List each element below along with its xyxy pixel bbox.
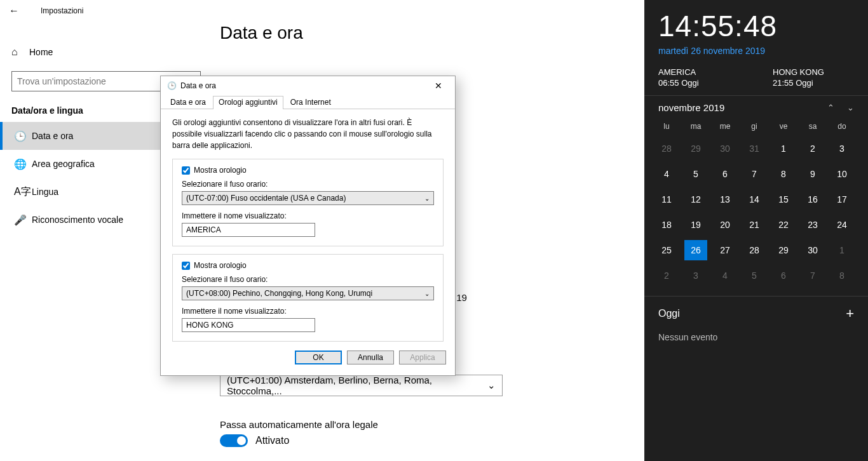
microphone-icon: 🎤 (14, 214, 32, 226)
tab-additional-clocks[interactable]: Orologi aggiuntivi (213, 96, 283, 109)
calendar-day[interactable]: 14 (740, 187, 769, 212)
dialog-tabs: Data e ora Orologi aggiuntivi Ora Intern… (161, 95, 455, 109)
apply-button[interactable]: Applica (399, 351, 446, 364)
tz1-value: (UTC-07:00) Fuso occidentale (USA e Cana… (186, 194, 346, 203)
clock-icon: 🕒 (14, 130, 32, 142)
calendar-day[interactable]: 17 (827, 187, 857, 212)
calendar-day[interactable]: 4 (652, 161, 681, 187)
calendar-day[interactable]: 28 (652, 136, 681, 161)
back-icon[interactable]: ← (9, 5, 22, 17)
ok-button[interactable]: OK (295, 351, 342, 364)
sidebar-item-label: Area geografica (32, 159, 95, 169)
calendar-day[interactable]: 16 (798, 187, 827, 212)
calendar-day[interactable]: 18 (652, 212, 681, 237)
calendar-day[interactable]: 5 (740, 263, 769, 288)
calendar-day[interactable]: 30 (710, 136, 740, 161)
tz2-select[interactable]: (UTC+08:00) Pechino, Chongqing, Hong Kon… (182, 286, 434, 300)
calendar-day[interactable]: 30 (798, 237, 827, 263)
calendar-day[interactable]: 29 (681, 136, 710, 161)
clock-block-2: Mostra orologio Selezionare il fuso orar… (172, 254, 444, 342)
calendar-day[interactable]: 10 (827, 161, 857, 187)
calendar-day[interactable]: 23 (798, 212, 827, 237)
tab-internet-time[interactable]: Ora Internet (285, 96, 337, 109)
calendar-day[interactable]: 28 (740, 237, 769, 263)
extra-clock-1-value: 06:55 Oggi (658, 78, 735, 88)
events-today-label: Oggi (658, 308, 680, 319)
calendar-day[interactable]: 31 (740, 136, 769, 161)
calendar-day[interactable]: 29 (769, 237, 798, 263)
calendar-day[interactable]: 7 (798, 263, 827, 288)
calendar-month-label[interactable]: novembre 2019 (658, 102, 724, 113)
calendar-day[interactable]: 1 (827, 237, 857, 263)
tz1-select[interactable]: (UTC-07:00) Fuso occidentale (USA e Cana… (182, 191, 434, 205)
sidebar-item-label: Data e ora (32, 131, 73, 141)
calendar-day[interactable]: 15 (769, 187, 798, 212)
page-title: Data e ora (220, 23, 644, 43)
tz1-label: Selezionare il fuso orario: (182, 180, 434, 189)
calendar-day[interactable]: 1 (769, 136, 798, 161)
calendar-day[interactable]: 20 (710, 212, 740, 237)
calendar-day[interactable]: 3 (827, 136, 857, 161)
show-clock-1-checkbox[interactable] (182, 166, 190, 175)
dst-toggle[interactable] (220, 434, 248, 447)
extra-clock-1-name: AMERICA (658, 67, 735, 77)
home-label: Home (29, 47, 53, 57)
calendar-day[interactable]: 11 (652, 187, 681, 212)
timezone-select[interactable]: (UTC+01:00) Amsterdam, Berlino, Berna, R… (220, 375, 503, 396)
window-title: Impostazioni (41, 6, 83, 15)
show-clock-2-label: Mostra orologio (194, 261, 247, 270)
calendar-day[interactable]: 5 (681, 161, 710, 187)
calendar-day[interactable]: 4 (710, 263, 740, 288)
calendar-day[interactable]: 2 (798, 136, 827, 161)
extra-clock-2-name: HONG KONG (773, 67, 849, 77)
calendar-day[interactable]: 12 (681, 187, 710, 212)
extra-clocks: AMERICA 06:55 Oggi HONG KONG 21:55 Oggi (658, 67, 854, 88)
search-input[interactable] (12, 76, 181, 86)
name2-input[interactable] (182, 318, 315, 332)
time-fragment: :19 (454, 292, 467, 303)
calendar: novembre 2019 ⌃ ⌄ lumamegivesado28293031… (644, 95, 868, 288)
calendar-day[interactable]: 3 (681, 263, 710, 288)
show-clock-2-checkbox[interactable] (182, 262, 190, 270)
calendar-next-icon[interactable]: ⌄ (847, 103, 854, 112)
calendar-day[interactable]: 7 (740, 161, 769, 187)
clock-icon: 🕒 (167, 81, 177, 90)
calendar-day[interactable]: 26 (681, 237, 710, 263)
sidebar-item-home[interactable]: ⌂ Home (0, 39, 212, 65)
clock-flyout: 14:55:48 martedì 26 novembre 2019 AMERIC… (644, 0, 868, 461)
flyout-date[interactable]: martedì 26 novembre 2019 (658, 46, 854, 56)
calendar-day-header: do (827, 117, 857, 136)
dialog-titlebar[interactable]: 🕒 Data e ora ✕ (161, 76, 455, 95)
calendar-day[interactable]: 25 (652, 237, 681, 263)
calendar-day[interactable]: 27 (710, 237, 740, 263)
calendar-day[interactable]: 2 (652, 263, 681, 288)
dst-label: Passa automaticamente all'ora legale (220, 419, 378, 430)
tab-date-time[interactable]: Data e ora (165, 96, 212, 109)
close-icon[interactable]: ✕ (426, 81, 451, 91)
date-time-dialog: 🕒 Data e ora ✕ Data e ora Orologi aggiun… (160, 76, 456, 376)
name1-label: Immettere il nome visualizzato: (182, 211, 434, 220)
extra-clock-1: AMERICA 06:55 Oggi (658, 67, 735, 88)
calendar-day-header: ve (769, 117, 798, 136)
cancel-button[interactable]: Annulla (347, 351, 394, 364)
name1-input[interactable] (182, 223, 315, 237)
calendar-day[interactable]: 6 (769, 263, 798, 288)
calendar-day[interactable]: 19 (681, 212, 710, 237)
no-events-label: Nessun evento (658, 332, 854, 342)
toggle-knob (237, 436, 246, 445)
extra-clock-2: HONG KONG 21:55 Oggi (773, 67, 849, 88)
calendar-day[interactable]: 22 (769, 212, 798, 237)
calendar-day[interactable]: 8 (827, 263, 857, 288)
calendar-day[interactable]: 9 (798, 161, 827, 187)
calendar-day[interactable]: 13 (710, 187, 740, 212)
calendar-prev-icon[interactable]: ⌃ (827, 103, 834, 112)
calendar-day-header: lu (652, 117, 681, 136)
dialog-description: Gli orologi aggiuntivi consentono di vis… (172, 117, 444, 151)
calendar-day[interactable]: 8 (769, 161, 798, 187)
calendar-day[interactable]: 24 (827, 212, 857, 237)
add-event-icon[interactable]: + (846, 305, 854, 322)
calendar-day[interactable]: 21 (740, 212, 769, 237)
calendar-grid: lumamegivesado28293031123456789101112131… (644, 113, 868, 288)
calendar-day[interactable]: 6 (710, 161, 740, 187)
timezone-value: (UTC+01:00) Amsterdam, Berlino, Berna, R… (227, 375, 487, 396)
